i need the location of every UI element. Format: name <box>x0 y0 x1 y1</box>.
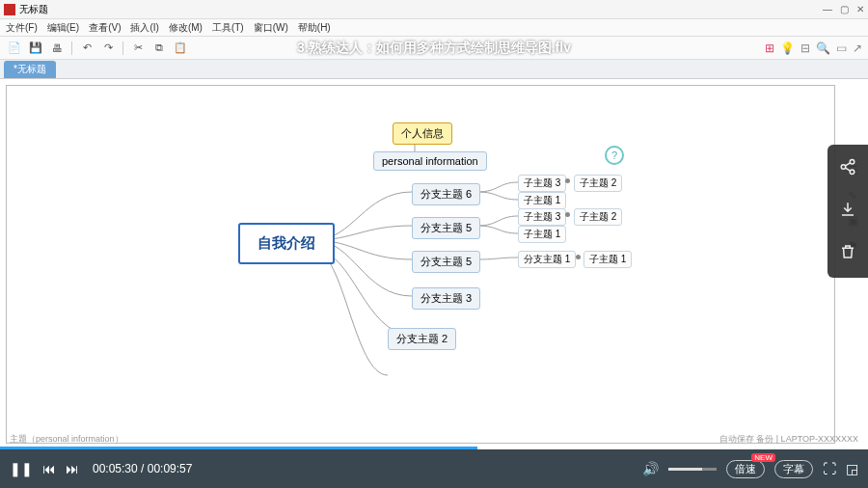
paste-icon[interactable]: 📋 <box>172 40 189 57</box>
share-icon[interactable] <box>839 158 856 179</box>
subtitle-button[interactable]: 字幕 <box>774 460 813 478</box>
node-sub-5a3[interactable]: 子主题 1 <box>518 226 566 243</box>
document-tab[interactable]: *无标题 <box>4 61 56 78</box>
maximize-icon[interactable]: ▢ <box>840 4 849 14</box>
save-icon[interactable]: 💾 <box>27 40 44 57</box>
window-titlebar: 无标题 — ▢ ✕ <box>0 0 868 19</box>
node-sub-6a[interactable]: 子主题 3 <box>518 175 566 192</box>
menu-view[interactable]: 查看(V) <box>89 21 121 35</box>
search-icon[interactable]: 🔍 <box>816 41 830 55</box>
redo-icon[interactable]: ↷ <box>99 40 117 57</box>
total-time: 00:09:57 <box>148 462 193 475</box>
more-icon[interactable]: ↗ <box>853 41 862 55</box>
node-root[interactable]: 自我介绍 <box>238 223 335 264</box>
volume-slider[interactable] <box>668 468 717 471</box>
svg-point-1 <box>841 165 846 170</box>
menu-help[interactable]: 帮助(H) <box>298 21 331 35</box>
node-branch-6[interactable]: 分支主题 6 <box>412 183 480 205</box>
app-icon <box>4 4 15 15</box>
menu-insert[interactable]: 插入(I) <box>130 21 158 35</box>
menu-window[interactable]: 窗口(W) <box>254 21 288 35</box>
menu-bar: 文件(F) 编辑(E) 查看(V) 插入(I) 修改(M) 工具(T) 窗口(W… <box>0 19 868 37</box>
pip-icon[interactable]: ◲ <box>846 461 858 476</box>
speed-button[interactable]: 倍速 NEW <box>726 460 765 478</box>
node-sub-5b2[interactable]: 子主题 1 <box>583 251 632 268</box>
tab-bar: *无标题 <box>0 60 868 79</box>
minimize-icon[interactable]: — <box>823 4 832 14</box>
video-title-overlay: 3.熟练达人：如何用多种方式绘制思维导图.flv <box>297 40 571 57</box>
node-sub-5b1[interactable]: 分支主题 1 <box>518 251 576 268</box>
hint-icon[interactable]: ? <box>605 146 624 165</box>
toolbar: 📄 💾 🖶 ↶ ↷ ✂ ⧉ 📋 3.熟练达人：如何用多种方式绘制思维导图.flv… <box>0 37 868 60</box>
copy-icon[interactable]: ⧉ <box>150 40 168 57</box>
undo-icon[interactable]: ↶ <box>78 40 95 57</box>
menu-modify[interactable]: 修改(M) <box>169 21 203 35</box>
node-personal-info-en[interactable]: personal information <box>373 151 487 171</box>
menu-file[interactable]: 文件(F) <box>6 21 38 35</box>
cut-icon[interactable]: ✂ <box>129 40 147 57</box>
player-controls: ❚❚ ⏮ ⏭ 00:05:30 / 00:09:57 🔊 倍速 NEW 字幕 ⛶… <box>0 449 868 488</box>
node-sub-6b[interactable]: 子主题 2 <box>574 175 622 192</box>
svg-point-0 <box>850 160 854 165</box>
node-branch-5a[interactable]: 分支主题 5 <box>412 217 480 239</box>
node-branch-3[interactable]: 分支主题 3 <box>412 287 480 310</box>
fullscreen-icon[interactable]: ⛶ <box>823 461 836 476</box>
node-personal-info-zh[interactable]: 个人信息 <box>393 122 452 145</box>
new-file-icon[interactable]: 📄 <box>6 40 23 57</box>
node-sub-5a2[interactable]: 子主题 2 <box>574 208 622 226</box>
window-title: 无标题 <box>19 3 48 16</box>
menu-tools[interactable]: 工具(T) <box>212 21 244 35</box>
pause-button[interactable]: ❚❚ <box>10 461 33 476</box>
svg-point-2 <box>850 170 854 175</box>
current-time: 00:05:30 <box>93 462 138 475</box>
delete-icon[interactable] <box>839 243 856 264</box>
mindmap-canvas[interactable]: 个人信息 personal information ? 自我介绍 分支主题 6 … <box>6 85 835 444</box>
next-button[interactable]: ⏭ <box>66 461 79 476</box>
idea-icon[interactable]: 💡 <box>780 41 795 55</box>
new-badge: NEW <box>751 453 775 462</box>
menu-edit[interactable]: 编辑(E) <box>47 21 79 35</box>
node-sub-5a1[interactable]: 子主题 3 <box>518 208 566 226</box>
view-icon[interactable]: ▭ <box>836 41 847 55</box>
prev-button[interactable]: ⏮ <box>42 461 56 476</box>
time-display: 00:05:30 / 00:09:57 <box>93 462 192 475</box>
node-branch-5b[interactable]: 分支主题 5 <box>412 251 480 273</box>
format-icon[interactable]: ⊞ <box>765 41 774 55</box>
side-action-panel <box>827 145 868 278</box>
node-branch-2[interactable]: 分支主题 2 <box>388 328 456 350</box>
download-icon[interactable] <box>839 201 856 222</box>
layout-icon[interactable]: ⊟ <box>800 41 810 55</box>
volume-icon[interactable]: 🔊 <box>642 461 659 476</box>
close-icon[interactable]: ✕ <box>856 4 864 14</box>
node-sub-6c[interactable]: 子主题 1 <box>518 192 566 209</box>
print-icon[interactable]: 🖶 <box>48 40 66 57</box>
